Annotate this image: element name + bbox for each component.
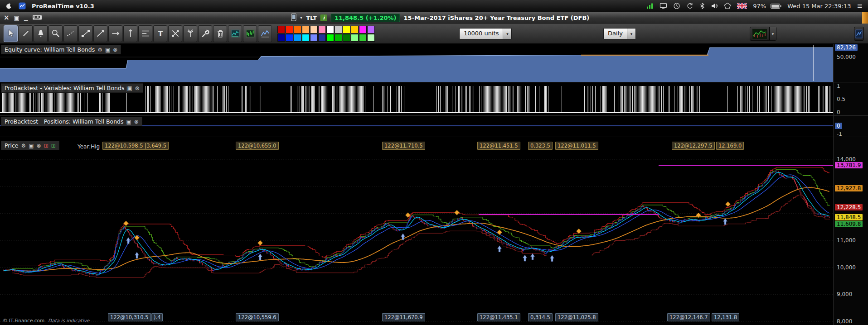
trendline-tool[interactable] (93, 25, 107, 42)
app-title[interactable]: ProRealTime v10.3 (32, 3, 94, 10)
price-axis[interactable]: 14,00013,781.912,927.812,228.511,848.511… (833, 137, 868, 325)
color-swatch[interactable] (294, 34, 301, 42)
text-tool[interactable]: T (153, 25, 167, 42)
apple-icon[interactable] (5, 2, 13, 10)
color-swatch[interactable] (277, 34, 285, 42)
alarm-tool[interactable] (34, 25, 48, 42)
symbol-label[interactable]: TLT (306, 14, 317, 21)
color-swatch[interactable] (294, 26, 301, 33)
menu-clock[interactable]: Wed 15 Mar 22:39:13 (787, 3, 851, 10)
phone-icon[interactable] (291, 13, 296, 23)
color-swatch[interactable] (367, 34, 375, 42)
copyright: © IT-Finance.comData is indicative (3, 318, 89, 323)
spotlight-list-icon[interactable]: ≡ (857, 3, 863, 10)
symbol-dropdown-caret-icon[interactable]: ▾ (300, 15, 302, 20)
color-swatch[interactable] (318, 26, 326, 33)
horizontal-line-tool[interactable] (108, 25, 122, 42)
color-swatch[interactable] (302, 26, 310, 33)
toolbar-right-icon[interactable] (854, 27, 864, 41)
sync-icon[interactable] (686, 2, 693, 10)
color-swatch[interactable] (367, 26, 375, 33)
battery-indicator[interactable]: 97% (753, 3, 781, 10)
backtest-chart-tool[interactable] (258, 25, 272, 42)
color-swatch[interactable] (310, 26, 318, 33)
variables-window-icon[interactable]: ▣ (127, 86, 132, 91)
axis-label: 8,000 (835, 318, 854, 325)
keyboard-icon[interactable] (32, 14, 42, 22)
equity-window-icon[interactable]: ▣ (105, 47, 110, 53)
color-swatch[interactable] (359, 34, 367, 42)
display-icon[interactable] (659, 2, 667, 10)
backtest-variables-panel: ProBacktest - Variables: William Tell Bo… (0, 82, 868, 116)
equity-close-icon[interactable]: ⊗ (113, 47, 117, 53)
uk-flag-icon[interactable] (737, 3, 747, 9)
trash-tool[interactable] (213, 25, 227, 42)
cursor-tool[interactable] (4, 25, 18, 42)
color-swatch[interactable] (310, 34, 318, 42)
color-swatch[interactable] (335, 26, 342, 33)
eraser-tool[interactable] (19, 25, 33, 42)
variables-axis[interactable]: 10.50 (833, 82, 868, 115)
equity-axis[interactable]: 82,12650,000 (833, 44, 868, 82)
price-settings-icon[interactable]: ⚙ (21, 143, 26, 148)
color-swatch[interactable] (359, 26, 367, 33)
indicator-chart-tool[interactable] (228, 25, 242, 42)
clock-icon[interactable] (673, 2, 680, 10)
copyright-text: © IT-Finance.com (3, 318, 44, 323)
timeframe-select[interactable]: Daily ▾ (603, 28, 636, 39)
trade-label-bottom: 12,131.8 (712, 313, 739, 321)
color-swatch[interactable] (351, 34, 359, 42)
zoom-tool[interactable] (48, 25, 63, 42)
price-add-green-icon[interactable]: ⊞ (51, 143, 56, 148)
color-swatch[interactable] (351, 26, 359, 33)
color-swatch[interactable] (277, 26, 285, 33)
color-swatch[interactable] (286, 26, 293, 33)
positions-axis[interactable]: 0-1 (833, 116, 868, 137)
minimize-window-icon[interactable]: ▁ (24, 15, 28, 20)
color-swatch[interactable] (343, 26, 350, 33)
panel-collapse-strip[interactable] (862, 12, 868, 24)
info-icon[interactable]: i (320, 14, 327, 21)
equity-curve-chart[interactable] (0, 44, 833, 82)
close-window-icon[interactable]: × (4, 14, 10, 21)
indicative-text: Data is indicative (48, 318, 89, 323)
color-swatch[interactable] (318, 34, 326, 42)
price-window-icon[interactable]: ▣ (29, 143, 34, 148)
positions-window-icon[interactable]: ▣ (126, 119, 131, 124)
cross-arrows-tool[interactable] (168, 25, 182, 42)
color-swatch[interactable] (335, 34, 342, 42)
trade-label-bottom: 122@11,435.1 (477, 313, 520, 321)
color-swatch[interactable] (343, 34, 350, 42)
price-close-icon[interactable]: ⊗ (37, 143, 41, 148)
equity-settings-icon[interactable]: ⚙ (97, 47, 102, 53)
color-swatch[interactable] (302, 34, 310, 42)
chart-style-widget[interactable]: ▾ (750, 27, 776, 41)
price-chart[interactable] (0, 137, 833, 325)
shape-icon[interactable] (724, 2, 731, 10)
candlestick-chart-tool[interactable] (243, 25, 257, 42)
network-signal-icon[interactable] (646, 2, 654, 10)
bluetooth-icon[interactable] (699, 2, 705, 10)
pitchfork-tool[interactable] (183, 25, 197, 42)
fibonacci-tool[interactable] (138, 25, 152, 42)
settings-tool[interactable] (198, 25, 212, 42)
price-add-red-icon[interactable]: ⊞ (44, 143, 48, 148)
timeframe-select-value: Daily (604, 29, 627, 39)
main-toolbar: T 10000 units ▾ Daily ▾ ▾ (0, 24, 868, 44)
prorealtime-app-icon[interactable] (19, 2, 26, 10)
segment-tool[interactable] (78, 25, 92, 42)
restore-window-icon[interactable]: ▣ (14, 15, 19, 21)
positions-panel-title: ProBacktest - Positions: William Tell Bo… (5, 118, 124, 125)
vertical-line-tool[interactable] (123, 25, 137, 42)
positions-close-icon[interactable]: ⊗ (134, 119, 139, 124)
color-palette (277, 26, 375, 42)
variables-close-icon[interactable]: ⊗ (135, 86, 140, 91)
trade-label-bottom: 122@10,559.6 (236, 313, 279, 321)
color-swatch[interactable] (326, 26, 334, 33)
axis-label: 12,228.5 (835, 204, 863, 210)
volume-icon[interactable] (711, 2, 718, 10)
color-swatch[interactable] (286, 34, 293, 42)
color-swatch[interactable] (326, 34, 334, 42)
units-select[interactable]: 10000 units ▾ (459, 28, 512, 39)
dotted-line-tool[interactable] (63, 25, 78, 42)
